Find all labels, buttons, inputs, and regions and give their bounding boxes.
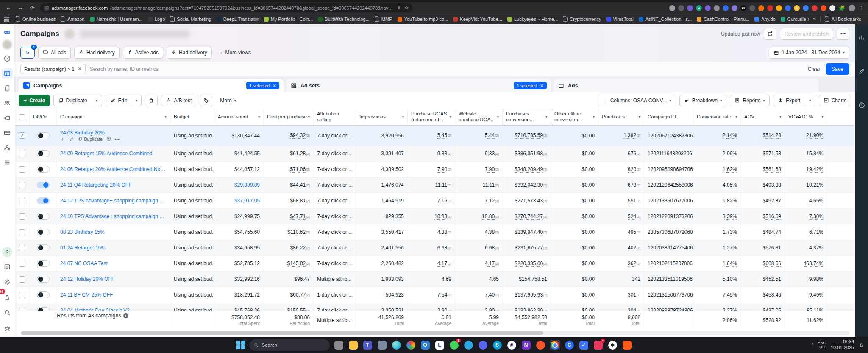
extension-icon[interactable] bbox=[714, 5, 720, 11]
create-button[interactable]: +Create bbox=[19, 95, 50, 106]
search-input[interactable]: Search by name, ID or metrics bbox=[90, 66, 159, 72]
bookmark-star-icon[interactable]: ☆ bbox=[404, 5, 409, 11]
bookmark-item[interactable]: AsINT_Collection - s... bbox=[636, 16, 694, 22]
row-select-cell[interactable] bbox=[15, 146, 30, 161]
sidebar-item-advertising[interactable] bbox=[2, 112, 13, 123]
extension-icon[interactable] bbox=[758, 5, 764, 11]
extension-icon[interactable] bbox=[687, 5, 693, 11]
settings-button[interactable] bbox=[2, 277, 13, 288]
campaign-name-link[interactable]: 24 06 Retarget 20% Audience Combined No … bbox=[60, 166, 167, 172]
export-caret-button[interactable]: ▾ bbox=[805, 95, 815, 106]
taskbar-app-outlook[interactable]: O bbox=[420, 340, 431, 350]
row-select-cell[interactable] bbox=[15, 240, 30, 255]
campaign-name-cell[interactable]: 24 03 Birthday 20%Duplicate••• bbox=[57, 126, 170, 146]
address-bar[interactable]: ⓘ adsmanager.facebook.com/adsmanager/man… bbox=[40, 3, 413, 12]
row-select-cell[interactable]: ✓ bbox=[15, 126, 30, 146]
taskbar-app-photos[interactable] bbox=[406, 340, 416, 350]
taskbar-app-todo[interactable]: ✓ bbox=[579, 340, 589, 350]
horizontal-scrollbar[interactable] bbox=[20, 331, 849, 335]
campaign-toggle[interactable] bbox=[37, 244, 50, 251]
bookmarks-overflow-chevron[interactable]: » bbox=[810, 16, 818, 22]
taskbar-app-teams[interactable]: T bbox=[362, 340, 373, 350]
table-row[interactable]: 08 23 Birthday 15%Using ad set bud...$54… bbox=[15, 224, 854, 240]
site-info-icon[interactable]: ⓘ bbox=[44, 6, 49, 11]
extension-icon[interactable] bbox=[705, 5, 711, 11]
reload-icon[interactable]: ⟳ bbox=[28, 5, 36, 11]
ab-test-button[interactable]: A/B test bbox=[161, 95, 196, 106]
campaign-name-link[interactable]: 24 10 TPS Advantage+ shopping campaign $… bbox=[60, 213, 167, 219]
table-row[interactable]: 24 12 Holiday 20% OFFUsing ad set bud...… bbox=[15, 272, 854, 287]
taskbar-app-skype[interactable]: S bbox=[492, 340, 503, 350]
extension-icon[interactable] bbox=[821, 5, 826, 11]
extension-icon[interactable] bbox=[767, 5, 773, 11]
sidebar-item-campaigns[interactable] bbox=[2, 68, 13, 79]
column-header-purchases[interactable]: Purchases bbox=[598, 109, 644, 125]
row-select-cell[interactable] bbox=[15, 193, 30, 208]
row-select-cell[interactable] bbox=[15, 177, 30, 193]
edit-pencil-icon[interactable] bbox=[858, 67, 865, 75]
taskbar-app-c-app[interactable]: C bbox=[564, 340, 575, 350]
bookmark-item[interactable]: Amazon bbox=[58, 16, 87, 22]
row-select-cell[interactable] bbox=[15, 287, 30, 303]
history-clock-icon[interactable] bbox=[858, 101, 865, 109]
taskbar-app-store[interactable] bbox=[377, 340, 387, 350]
row-toggle-cell[interactable] bbox=[30, 224, 57, 240]
taskbar-app-file-explorer[interactable] bbox=[348, 340, 359, 350]
sidebar-item-account-overview[interactable] bbox=[2, 53, 13, 64]
campaign-name-link[interactable]: 24 12 TPS Advantage+ shopping campaign C… bbox=[60, 198, 167, 204]
campaign-toggle[interactable] bbox=[37, 260, 50, 267]
row-checkbox[interactable] bbox=[19, 229, 25, 235]
table-row[interactable]: 24 11 BF CM 25% OFFUsing ad set bud...$1… bbox=[15, 287, 854, 303]
row-select-cell[interactable] bbox=[15, 224, 30, 240]
clear-selection-icon[interactable]: ✕ bbox=[540, 83, 544, 88]
sidebar-item-events-manager[interactable] bbox=[2, 142, 13, 153]
notifications-bell-icon[interactable] bbox=[858, 342, 865, 348]
tab-ad-sets[interactable]: Ad sets 1 selected✕ bbox=[286, 79, 551, 92]
column-header-budget[interactable]: Budget bbox=[170, 109, 214, 125]
columns-button[interactable]: Columns: OSAA CONV...▾ bbox=[598, 95, 676, 106]
campaign-name-cell[interactable]: 24 04 Mother's Day Classic V2 bbox=[57, 303, 170, 311]
search-tool-button[interactable] bbox=[2, 307, 13, 318]
campaign-toggle[interactable] bbox=[37, 132, 50, 139]
browser-profile-avatar[interactable] bbox=[849, 5, 855, 11]
bookmark-item[interactable]: Namechk | Usernam... bbox=[87, 16, 145, 22]
extension-icon[interactable] bbox=[723, 5, 729, 11]
extension-icon[interactable] bbox=[785, 5, 791, 11]
row-checkbox[interactable] bbox=[19, 245, 25, 251]
row-checkbox[interactable] bbox=[19, 261, 25, 267]
edit-pencil-icon[interactable] bbox=[69, 137, 74, 142]
campaign-name-cell[interactable]: 01 24 Retarget 15% bbox=[57, 240, 170, 255]
row-select-cell[interactable] bbox=[15, 209, 30, 224]
tab-campaigns[interactable]: Campaigns 1 selected✕ bbox=[19, 79, 284, 92]
breakdown-button[interactable]: Breakdown▾ bbox=[679, 95, 727, 106]
table-row[interactable]: ✓24 03 Birthday 20%Duplicate•••Using ad … bbox=[15, 126, 854, 146]
campaign-name-cell[interactable]: 24 12 TPS Advantage+ shopping campaign C… bbox=[57, 193, 170, 208]
column-header-campaign-id[interactable]: Campaign ID bbox=[644, 109, 693, 125]
view-chip-all-ads[interactable]: All ads bbox=[38, 47, 71, 59]
campaign-name-link[interactable]: 24 11 Q4 Retargeting 20% OFF bbox=[60, 182, 132, 188]
review-publish-button[interactable]: Review and publish bbox=[780, 28, 833, 40]
notifications-button[interactable]: 99 bbox=[2, 292, 13, 303]
campaign-name-link[interactable]: 24 04 Mother's Day Classic V2 bbox=[60, 308, 130, 311]
view-chip-active-ads[interactable]: Active ads bbox=[123, 47, 163, 59]
column-header-vc-atc[interactable]: VC>ATC % bbox=[785, 109, 827, 125]
account-avatar-blurred[interactable] bbox=[3, 40, 12, 49]
extension-icon[interactable]: 42 bbox=[794, 5, 800, 11]
campaign-name-link[interactable]: 24 12 Holiday 20% OFF bbox=[60, 276, 114, 282]
row-checkbox[interactable] bbox=[19, 308, 25, 311]
language-indicator[interactable]: ENGUS bbox=[818, 341, 826, 350]
row-select-cell[interactable] bbox=[15, 272, 30, 287]
bookmark-item[interactable]: Cryptocurrency bbox=[560, 16, 604, 22]
campaign-name-cell[interactable]: 24 11 Q4 Retargeting 20% OFF bbox=[57, 177, 170, 193]
bookmark-item[interactable]: DeepL Translator bbox=[214, 16, 262, 22]
view-chip-had-delivery[interactable]: Had delivery bbox=[74, 47, 120, 59]
campaign-toggle[interactable] bbox=[37, 197, 50, 204]
extension-icon[interactable] bbox=[669, 5, 675, 11]
duplicate-button[interactable]: Duplicate bbox=[53, 95, 92, 106]
row-toggle-cell[interactable] bbox=[30, 256, 57, 271]
campaign-toggle[interactable] bbox=[37, 213, 50, 220]
bookmark-item[interactable]: VirusTotal bbox=[604, 16, 636, 22]
table-row[interactable]: 24 04 Mother's Day Classic V2Using ad se… bbox=[15, 303, 854, 311]
active-filter-chip[interactable]: Results (campaign) > 1 ✕ bbox=[20, 64, 86, 74]
edit-caret-button[interactable]: ▾ bbox=[131, 95, 142, 106]
